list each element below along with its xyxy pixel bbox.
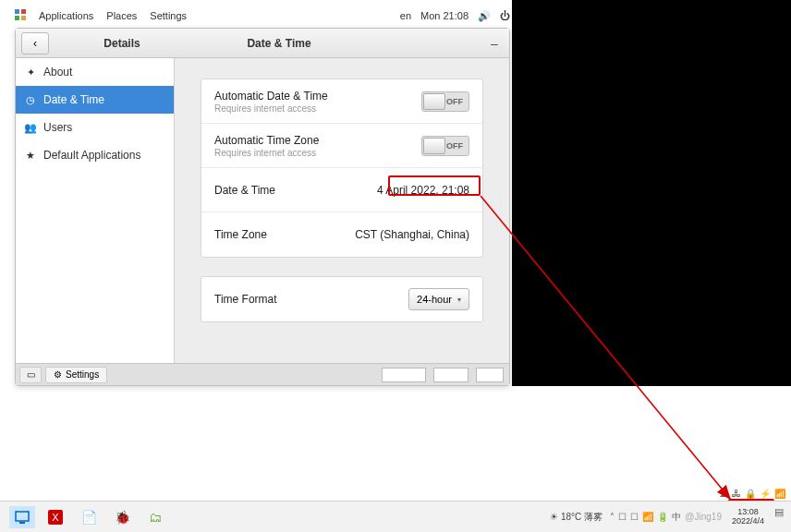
time-format-dropdown[interactable]: 24-hour ▾	[408, 288, 469, 310]
about-icon: ✦	[25, 66, 36, 78]
tray-icon[interactable]: ⚡	[760, 489, 771, 499]
svg-rect-3	[21, 16, 26, 20]
menu-places[interactable]: Places	[106, 10, 137, 21]
footer-tab-label: Settings	[66, 369, 99, 380]
dropdown-value: 24-hour	[417, 294, 452, 305]
back-button[interactable]: ‹	[21, 32, 49, 54]
taskbar-app-red[interactable]: 🐞	[109, 506, 135, 528]
sidebar-item-label: Default Applications	[43, 149, 140, 162]
sidebar-item-users[interactable]: 👥 Users	[16, 114, 174, 141]
tray-icon[interactable]: ☐	[630, 512, 639, 522]
minimize-button[interactable]: –	[485, 34, 504, 53]
clock[interactable]: Mon 21:08	[420, 10, 469, 21]
menu-settings[interactable]: Settings	[150, 10, 187, 21]
host-taskbar: X 📄 🐞 🗂 ☀ 18°C 薄雾 ˄ ☐ ☐ 📶 🔋 中 @Jing19 13…	[0, 501, 791, 532]
keyboard-lang[interactable]: en	[400, 10, 411, 21]
auto-timezone-toggle[interactable]: OFF	[421, 136, 469, 156]
sidebar-item-date-time[interactable]: ◷ Date & Time	[16, 86, 174, 114]
row-datetime[interactable]: Date & Time 4 April 2022, 21:08	[201, 168, 482, 212]
weather-desc: 薄雾	[584, 511, 602, 524]
row-title: Date & Time	[214, 184, 377, 197]
svg-rect-5	[19, 522, 25, 524]
tray-icon[interactable]: ☐	[618, 512, 627, 522]
tray-icon[interactable]: 🔒	[745, 489, 756, 499]
clock-icon: ◷	[25, 94, 36, 105]
row-time-format: Time Format 24-hour ▾	[201, 277, 482, 321]
taskbar-app-green[interactable]: 🗂	[142, 506, 168, 528]
datetime-panel: Automatic Date & Time Requires internet …	[201, 79, 483, 258]
weather-icon: ☀	[550, 512, 558, 522]
svg-rect-0	[15, 9, 19, 14]
tray-upper-row: ☁ 🖧 🔒 ⚡ 📶	[719, 489, 785, 499]
taskbar-app-notepad[interactable]: 📄	[76, 506, 102, 528]
toggle-knob	[423, 138, 445, 154]
menu-applications[interactable]: Applications	[39, 10, 93, 21]
format-panel: Time Format 24-hour ▾	[201, 276, 483, 322]
toggle-knob	[423, 93, 445, 110]
weather-temp: 18°C	[561, 512, 581, 522]
chevron-down-icon: ▾	[457, 296, 461, 304]
taskbar-app-xshell[interactable]: X	[43, 506, 68, 528]
row-auto-timezone[interactable]: Automatic Time Zone Requires internet ac…	[201, 124, 482, 168]
row-title: Automatic Time Zone	[214, 134, 421, 147]
auto-datetime-toggle[interactable]: OFF	[421, 91, 469, 112]
power-icon[interactable]: ⏻	[500, 10, 510, 21]
sidebar-item-label: Users	[43, 121, 72, 134]
chevron-left-icon: ‹	[33, 37, 37, 50]
tray-icons: ˄ ☐ ☐ 📶 🔋 中 @Jing19	[610, 511, 722, 524]
footer-settings-tab[interactable]: ⚙ Settings	[45, 367, 107, 383]
row-title: Time Format	[214, 293, 408, 306]
title-details: Details	[71, 37, 173, 50]
row-subtitle: Requires internet access	[214, 148, 421, 158]
gear-icon: ⚙	[54, 369, 62, 380]
footer-box-2[interactable]	[433, 368, 469, 382]
gnome-topbar: Applications Places Settings en Mon 21:0…	[15, 9, 510, 22]
titlebar: ‹ Details Date & Time –	[16, 29, 509, 58]
content-pane: Automatic Date & Time Requires internet …	[175, 58, 509, 363]
tray-chevron-up-icon[interactable]: ˄	[610, 512, 615, 522]
svg-text:X: X	[52, 512, 59, 523]
window-footer: ▭ ⚙ Settings	[16, 363, 509, 385]
datetime-value: 4 April 2022, 21:08	[377, 184, 469, 197]
row-timezone[interactable]: Time Zone CST (Shanghai, China)	[201, 212, 482, 257]
tray-icon[interactable]: 📶	[774, 489, 785, 499]
taskbar-weather[interactable]: ☀ 18°C 薄雾	[550, 511, 602, 524]
footer-box-3[interactable]	[476, 368, 504, 382]
taskbar-app-vm[interactable]	[9, 506, 35, 528]
svg-rect-2	[15, 16, 19, 20]
sidebar-item-label: Date & Time	[43, 93, 104, 106]
timezone-value: CST (Shanghai, China)	[355, 228, 469, 241]
footer-show-desktop-button[interactable]: ▭	[19, 367, 42, 383]
sidebar-item-default-apps[interactable]: ★ Default Applications	[16, 141, 174, 169]
settings-window: ‹ Details Date & Time – ✦ About ◷ Date &…	[15, 28, 510, 386]
activities-icon	[15, 9, 26, 22]
svg-rect-4	[16, 512, 29, 521]
footer-box-1[interactable]	[382, 368, 426, 382]
tray-icon[interactable]: 🖧	[732, 489, 741, 499]
tray-battery-icon[interactable]: 🔋	[657, 512, 668, 522]
svg-rect-1	[21, 9, 26, 14]
toggle-label: OFF	[446, 97, 463, 106]
tray-wifi-icon[interactable]: 📶	[642, 512, 653, 522]
tray-clock[interactable]: 13:08 2022/4/4	[727, 506, 769, 528]
tray-watermark: @Jing19	[685, 512, 722, 522]
row-title: Time Zone	[214, 228, 355, 241]
tray-clock-date: 2022/4/4	[732, 517, 764, 526]
star-icon: ★	[25, 150, 36, 161]
row-title: Automatic Date & Time	[214, 90, 421, 103]
tray-icon[interactable]: ☁	[719, 489, 728, 499]
row-subtitle: Requires internet access	[214, 103, 421, 114]
volume-icon[interactable]: 🔊	[478, 10, 491, 22]
sidebar: ✦ About ◷ Date & Time 👥 Users ★ Default …	[16, 58, 175, 363]
toggle-label: OFF	[446, 141, 463, 151]
sidebar-item-label: About	[43, 66, 72, 79]
tray-ime-icon[interactable]: 中	[672, 511, 681, 524]
desktop-background	[512, 0, 791, 386]
sidebar-item-about[interactable]: ✦ About	[16, 58, 174, 86]
row-auto-datetime[interactable]: Automatic Date & Time Requires internet …	[201, 79, 482, 124]
users-icon: 👥	[25, 122, 36, 133]
tray-notifications-icon[interactable]: ▤	[773, 506, 785, 528]
